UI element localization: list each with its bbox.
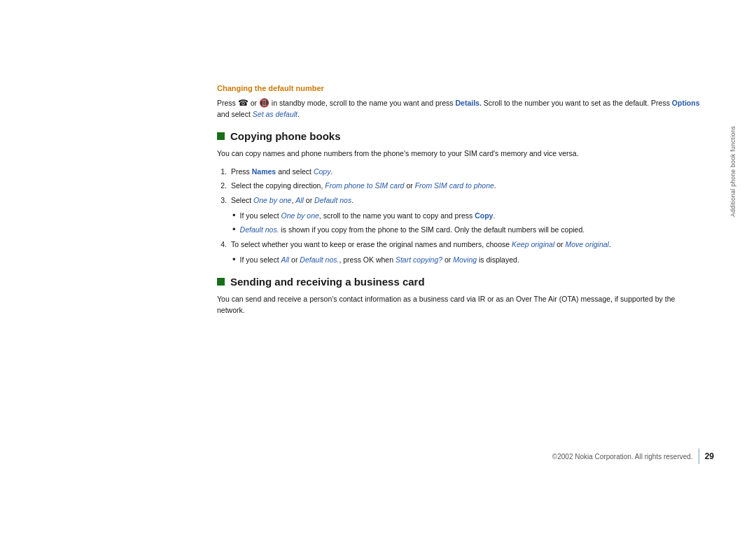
bullets-after-step3: • If you select One by one, scroll to th… [232, 210, 700, 236]
start-copying-ref: Start copying? [396, 255, 442, 264]
copyright-text: ©2002 Nokia Corporation. All rights rese… [552, 453, 693, 461]
copying-intro: You can copy names and phone numbers fro… [217, 148, 700, 159]
page-container: Changing the default number Press ☎ or 📵… [0, 0, 756, 534]
step-1: 1. Press Names and select Copy. [217, 166, 700, 177]
bullet-3: • If you select All or Default nos., pre… [232, 254, 700, 266]
details-link: Details. [456, 99, 482, 107]
copy-link: Copy [314, 167, 331, 176]
names-link: Names [252, 167, 276, 176]
phone-icon-end: 📵 [259, 98, 270, 108]
default-nos-ref: Default nos. [240, 225, 279, 234]
step-3: 3. Select One by one, All or Default nos… [217, 195, 700, 206]
keep-original-link: Keep original [512, 240, 554, 248]
main-content: Changing the default number Press ☎ or 📵… [0, 0, 756, 534]
sending-heading-row: Sending and receiving a business card [217, 276, 700, 288]
step-4: 4. To select whether you want to keep or… [217, 239, 700, 250]
copying-heading-row: Copying phone books [217, 130, 700, 142]
moving-ref: Moving [453, 255, 477, 264]
one-by-one-ref: One by one [281, 211, 319, 220]
phone-icon-call: ☎ [238, 98, 248, 108]
sending-receiving-section: Sending and receiving a business card Yo… [217, 276, 700, 316]
page-number: 29 [705, 451, 714, 461]
options-link: Options [672, 99, 700, 107]
changing-default-heading: Changing the default number [217, 84, 700, 92]
footer-divider [699, 449, 699, 464]
sending-body: You can send and receive a person's cont… [217, 293, 700, 316]
move-original-link: Move original [565, 240, 608, 248]
set-as-default-link: Set as default [253, 110, 298, 118]
copy-ref: Copy [475, 211, 493, 220]
changing-default-section: Changing the default number Press ☎ or 📵… [217, 84, 700, 120]
from-sim-link: From SIM card to phone [415, 181, 494, 190]
all-link: All [295, 196, 304, 204]
copying-steps-continued: 4. To select whether you want to keep or… [217, 239, 700, 250]
default-nos-ref2: Default nos. [300, 255, 339, 264]
from-phone-link: From phone to SIM card [325, 181, 404, 190]
copying-phone-books-section: Copying phone books You can copy names a… [217, 130, 700, 266]
one-by-one-link: One by one [253, 196, 291, 204]
copying-steps-list: 1. Press Names and select Copy. 2. Selec… [217, 166, 700, 206]
bullet-2: • Default nos. is shown if you copy from… [232, 224, 700, 236]
changing-default-body: Press ☎ or 📵 in standby mode, scroll to … [217, 97, 700, 120]
side-label: Additional phone book functions [729, 126, 736, 217]
all-ref: All [281, 255, 290, 264]
sending-heading-text: Sending and receiving a business card [230, 276, 425, 288]
default-nos-link: Default nos [314, 196, 351, 204]
bullet-1: • If you select One by one, scroll to th… [232, 210, 700, 222]
page-footer: ©2002 Nokia Corporation. All rights rese… [217, 449, 714, 464]
step-2: 2. Select the copying direction, From ph… [217, 180, 700, 191]
bullets-after-step4: • If you select All or Default nos., pre… [232, 254, 700, 266]
green-square-icon-2 [217, 278, 225, 286]
copying-heading-text: Copying phone books [230, 130, 341, 142]
green-square-icon [217, 132, 225, 140]
